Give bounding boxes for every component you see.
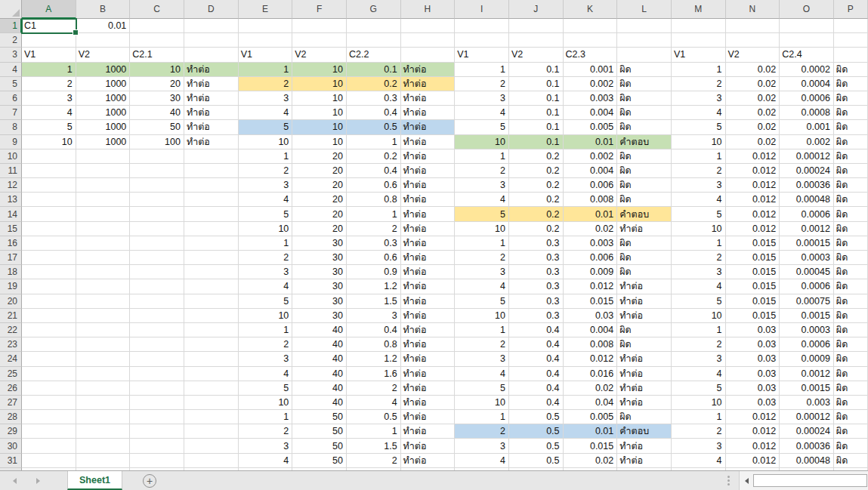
cell-I16[interactable]: 1 <box>455 236 509 251</box>
cell-M18[interactable]: 3 <box>672 265 726 279</box>
cell-N21[interactable]: 0.015 <box>726 309 780 323</box>
cell-B11[interactable] <box>76 164 131 178</box>
cell-H5[interactable]: ทำต่อ <box>401 77 456 91</box>
cell-F12[interactable]: 20 <box>292 178 347 193</box>
cell-C22[interactable] <box>130 323 184 337</box>
cell-L10[interactable]: ผิด <box>617 149 672 164</box>
cell-L28[interactable]: ผิด <box>617 410 672 424</box>
cell-J16[interactable]: 0.3 <box>509 236 564 251</box>
cell-F30[interactable]: 50 <box>292 439 347 453</box>
cell-A19[interactable] <box>22 279 76 294</box>
cell-E10[interactable]: 1 <box>239 149 293 164</box>
cell-J20[interactable]: 0.3 <box>509 294 564 309</box>
cell-I12[interactable]: 3 <box>455 178 509 193</box>
cell-I21[interactable]: 10 <box>455 309 509 323</box>
cell-B1[interactable]: 0.01 <box>76 19 131 33</box>
row-header-7[interactable]: 7 <box>0 106 22 120</box>
cell-B19[interactable] <box>76 279 131 294</box>
cell-I11[interactable]: 2 <box>455 164 509 178</box>
cell-H2[interactable] <box>401 33 456 48</box>
cell-G18[interactable]: 0.9 <box>347 265 401 279</box>
cell-H11[interactable]: ทำต่อ <box>401 164 456 178</box>
cell-B12[interactable] <box>76 178 131 193</box>
cell-K31[interactable]: 0.02 <box>564 454 618 468</box>
column-header-E[interactable]: E <box>239 0 293 19</box>
cell-P11[interactable]: ผิด <box>834 164 868 178</box>
cell-A31[interactable] <box>22 454 76 468</box>
cell-I2[interactable] <box>455 33 509 48</box>
cell-C27[interactable] <box>130 396 184 410</box>
cell-M28[interactable]: 1 <box>672 410 726 424</box>
cell-P22[interactable]: ผิด <box>834 323 868 337</box>
column-header-B[interactable]: B <box>76 0 131 19</box>
cell-G15[interactable]: 2 <box>347 222 401 236</box>
cell-D26[interactable] <box>184 381 239 396</box>
cell-C16[interactable] <box>130 236 184 251</box>
cell-P2[interactable] <box>834 33 868 48</box>
cell-L31[interactable]: ทำต่อ <box>617 454 672 468</box>
cell-B10[interactable] <box>76 149 131 164</box>
cell-H22[interactable]: ทำต่อ <box>401 323 456 337</box>
cell-M19[interactable]: 4 <box>672 279 726 294</box>
sheet-tab-sheet1[interactable]: Sheet1 <box>67 471 122 490</box>
cell-N4[interactable]: 0.02 <box>726 63 780 77</box>
cell-E3[interactable]: V1 <box>239 48 293 62</box>
cell-J30[interactable]: 0.5 <box>509 439 564 453</box>
cell-K28[interactable]: 0.005 <box>564 410 618 424</box>
cell-H17[interactable]: ทำต่อ <box>401 251 456 265</box>
cell-P17[interactable]: ผิด <box>834 251 868 265</box>
cell-M13[interactable]: 4 <box>672 193 726 207</box>
row-header-10[interactable]: 10 <box>0 149 22 164</box>
cell-L9[interactable]: คำตอบ <box>617 135 672 149</box>
cell-J17[interactable]: 0.3 <box>509 251 564 265</box>
cell-G8[interactable]: 0.5 <box>347 120 401 134</box>
cell-J27[interactable]: 0.4 <box>509 396 564 410</box>
cell-G25[interactable]: 1.6 <box>347 367 401 381</box>
cell-I25[interactable]: 4 <box>455 367 509 381</box>
cell-N7[interactable]: 0.02 <box>726 106 780 120</box>
cell-N6[interactable]: 0.02 <box>726 91 780 106</box>
cell-I4[interactable]: 1 <box>455 63 509 77</box>
cell-A9[interactable]: 10 <box>22 135 76 149</box>
cell-I30[interactable]: 3 <box>455 439 509 453</box>
column-header-G[interactable]: G <box>347 0 401 19</box>
cell-A5[interactable]: 2 <box>22 77 76 91</box>
row-header-25[interactable]: 25 <box>0 367 22 381</box>
cell-F29[interactable]: 50 <box>292 424 347 439</box>
cell-H3[interactable] <box>401 48 456 62</box>
cell-E5[interactable]: 2 <box>239 77 293 91</box>
cell-C24[interactable] <box>130 352 184 366</box>
cell-F11[interactable]: 20 <box>292 164 347 178</box>
cell-C17[interactable] <box>130 251 184 265</box>
cell-I7[interactable]: 4 <box>455 106 509 120</box>
cell-G7[interactable]: 0.4 <box>347 106 401 120</box>
cell-M10[interactable]: 1 <box>672 149 726 164</box>
cell-K4[interactable]: 0.001 <box>564 63 618 77</box>
cell-H20[interactable]: ทำต่อ <box>401 294 456 309</box>
cell-M15[interactable]: 10 <box>672 222 726 236</box>
cell-A15[interactable] <box>22 222 76 236</box>
cell-F18[interactable]: 30 <box>292 265 347 279</box>
cell-E2[interactable] <box>239 33 293 48</box>
cell-G11[interactable]: 0.4 <box>347 164 401 178</box>
row-header-4[interactable]: 4 <box>0 63 22 77</box>
cell-O9[interactable]: 0.002 <box>780 135 834 149</box>
cell-D25[interactable] <box>184 367 239 381</box>
column-header-F[interactable]: F <box>292 0 347 19</box>
cell-L19[interactable]: ทำต่อ <box>617 279 672 294</box>
cell-O16[interactable]: 0.00015 <box>780 236 834 251</box>
cell-K6[interactable]: 0.003 <box>564 91 618 106</box>
cell-P30[interactable]: ผิด <box>834 439 868 453</box>
cell-J9[interactable]: 0.1 <box>509 135 564 149</box>
cell-F9[interactable]: 10 <box>292 135 347 149</box>
row-header-16[interactable]: 16 <box>0 236 22 251</box>
cell-J5[interactable]: 0.1 <box>509 77 564 91</box>
cell-N31[interactable]: 0.012 <box>726 454 780 468</box>
cell-M4[interactable]: 1 <box>672 63 726 77</box>
row-header-11[interactable]: 11 <box>0 164 22 178</box>
cell-O6[interactable]: 0.0006 <box>780 91 834 106</box>
cell-C20[interactable] <box>130 294 184 309</box>
cell-H21[interactable]: ทำต่อ <box>401 309 456 323</box>
cell-L24[interactable]: ทำต่อ <box>617 352 672 366</box>
cell-A27[interactable] <box>22 396 76 410</box>
